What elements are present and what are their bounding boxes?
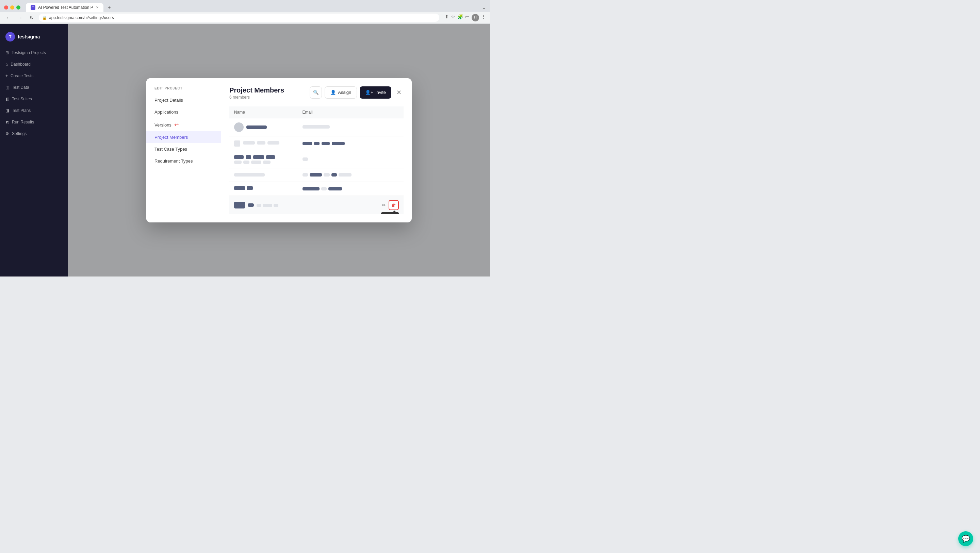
sidebar-item-label: Testsigma Projects xyxy=(11,50,46,55)
minimize-traffic-light[interactable] xyxy=(10,5,14,10)
modal-actions: 🔍 👤 Assign 👤+ Invite ✕ xyxy=(310,86,404,99)
new-tab-button[interactable]: + xyxy=(105,3,114,12)
delete-action-wrapper: 🗑 Delete xyxy=(388,200,399,210)
email-skel xyxy=(324,173,330,176)
modal-sidebar: EDIT PROJECT Project Details Application… xyxy=(146,78,221,222)
nav-item-requirement-types[interactable]: Requirement Types xyxy=(146,155,221,167)
sidebar-item-label: Test Suites xyxy=(12,97,32,101)
gear-icon: ⚙ xyxy=(5,131,9,136)
tab-close-button[interactable]: ✕ xyxy=(96,5,99,9)
nav-item-test-case-types[interactable]: Test Case Types xyxy=(146,143,221,155)
table-row xyxy=(229,118,404,136)
table-row-active: ✏ 🗑 Delete xyxy=(229,195,404,214)
email-skel3 xyxy=(321,142,330,145)
more-menu-icon[interactable]: ⋮ xyxy=(481,14,486,21)
table-row xyxy=(229,136,404,151)
email-skel xyxy=(302,173,308,176)
sidebar-item-label: Run Results xyxy=(12,120,34,124)
email-skel2 xyxy=(314,142,320,145)
modal-title: Project Members xyxy=(229,86,284,94)
active-tab[interactable]: T AI Powered Test Automation P ✕ xyxy=(26,3,103,12)
tab-title: AI Powered Test Automation P xyxy=(38,5,93,10)
browser-menu-icon: ⌄ xyxy=(482,5,486,10)
table-row xyxy=(229,182,404,195)
delete-tooltip: Delete xyxy=(381,212,399,214)
member-name-skel xyxy=(247,126,267,129)
nav-item-applications[interactable]: Applications xyxy=(146,106,221,118)
maximize-traffic-light[interactable] xyxy=(16,5,21,10)
edit-project-modal: EDIT PROJECT Project Details Application… xyxy=(146,78,412,222)
nav-item-label: Requirement Types xyxy=(154,159,193,164)
close-traffic-light[interactable] xyxy=(4,5,8,10)
sidebar-item-dashboard[interactable]: ⌂ Dashboard xyxy=(0,59,68,70)
member-avatar-sq xyxy=(234,140,240,146)
sidebar-toggle-icon[interactable]: ▭ xyxy=(465,14,469,21)
members-table-container: Name Email xyxy=(229,106,404,214)
forward-button[interactable]: → xyxy=(16,13,24,22)
assign-button[interactable]: 👤 Assign xyxy=(325,86,357,99)
email-skel xyxy=(302,157,308,161)
sidebar-item-projects[interactable]: ⊞ Testsigma Projects xyxy=(0,47,68,59)
sidebar-item-settings[interactable]: ⚙ Settings xyxy=(0,128,68,140)
extensions-icon: 🧩 xyxy=(457,14,463,21)
home-icon: ⌂ xyxy=(5,62,8,67)
name-skel xyxy=(234,186,245,190)
sidebar-item-create-tests[interactable]: + Create Tests xyxy=(0,70,68,82)
sidebar-item-test-suites[interactable]: ◧ Test Suites xyxy=(0,93,68,105)
edit-member-button[interactable]: ✏ xyxy=(382,202,386,208)
modal-close-button[interactable]: ✕ xyxy=(394,88,404,97)
nav-item-label: Test Case Types xyxy=(154,146,187,152)
invite-icon: 👤+ xyxy=(365,90,373,95)
nav-item-label: Project Members xyxy=(154,135,188,140)
calendar-icon: ◨ xyxy=(5,108,9,113)
invite-button[interactable]: 👤+ Invite xyxy=(360,86,391,99)
sidebar-logo-text: testsigma xyxy=(18,34,40,40)
name-sub xyxy=(263,204,272,207)
email-skel xyxy=(310,173,322,176)
col-email: Email xyxy=(298,106,371,118)
bookmark-icon: ☆ xyxy=(451,14,455,21)
sub-skel xyxy=(263,160,270,164)
sidebar-item-label: Create Tests xyxy=(11,73,33,78)
chart-icon: ◩ xyxy=(5,120,9,124)
sidebar-item-label: Dashboard xyxy=(11,62,30,67)
search-icon: 🔍 xyxy=(313,90,319,95)
back-button[interactable]: ← xyxy=(4,13,13,22)
email-skel xyxy=(339,173,352,176)
modal-overlay[interactable]: EDIT PROJECT Project Details Application… xyxy=(68,24,490,276)
modal-main-content: Project Members 6 members 🔍 👤 Assign 👤+ xyxy=(221,78,412,222)
sub-skel xyxy=(243,160,250,164)
profile-icon[interactable]: U xyxy=(472,14,479,21)
name-skel xyxy=(246,155,251,159)
main-content: EDIT PROJECT Project Details Application… xyxy=(68,24,490,276)
sidebar-item-test-data[interactable]: ◫ Test Data xyxy=(0,82,68,93)
email-skel xyxy=(321,187,327,191)
name-skel xyxy=(234,173,265,176)
sidebar-item-test-plans[interactable]: ◨ Test Plans xyxy=(0,105,68,116)
logo-circle: T xyxy=(5,32,15,41)
nav-item-label: Project Details xyxy=(154,98,183,103)
layers-icon: ◧ xyxy=(5,97,9,101)
modal-header: Project Members 6 members 🔍 👤 Assign 👤+ xyxy=(229,86,404,100)
lock-icon: 🔒 xyxy=(42,16,47,20)
user-plus-icon: 👤 xyxy=(331,90,336,95)
sub-skel xyxy=(251,160,261,164)
name-sub xyxy=(274,204,278,207)
table-row xyxy=(229,168,404,182)
email-skel xyxy=(302,187,320,191)
url-text: app.testsigma.com/ui/settings/users xyxy=(49,15,114,20)
name-skel xyxy=(234,155,243,159)
nav-item-project-details[interactable]: Project Details xyxy=(146,94,221,106)
member-email-skel xyxy=(302,125,330,129)
reload-button[interactable]: ↻ xyxy=(27,13,36,22)
name-skel1 xyxy=(243,141,255,145)
delete-member-button[interactable]: 🗑 xyxy=(388,200,399,210)
search-button[interactable]: 🔍 xyxy=(310,86,322,99)
email-skel4 xyxy=(332,142,345,145)
app-sidebar: T testsigma ⊞ Testsigma Projects ⌂ Dashb… xyxy=(0,24,68,276)
nav-item-versions[interactable]: Versions ↩ xyxy=(146,118,221,131)
member-name-cell xyxy=(234,140,293,146)
address-bar[interactable]: 🔒 app.testsigma.com/ui/settings/users xyxy=(39,14,439,22)
sidebar-item-run-results[interactable]: ◩ Run Results xyxy=(0,116,68,128)
nav-item-project-members[interactable]: Project Members xyxy=(146,131,221,143)
